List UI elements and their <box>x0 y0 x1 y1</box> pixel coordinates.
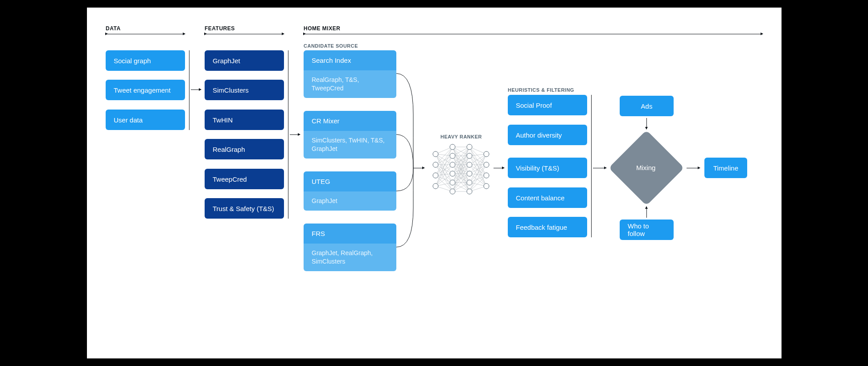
svg-point-102 <box>484 173 489 178</box>
svg-point-99 <box>467 189 472 194</box>
candidate-title: Search Index <box>304 50 396 70</box>
arrow-candidates-to-ranker <box>413 168 424 168</box>
candidate-title: FRS <box>304 224 396 244</box>
candidate-search-index: Search Index RealGraph, T&S, TweepCred <box>304 50 396 98</box>
svg-point-96 <box>467 162 472 167</box>
heavy-ranker-label: HEAVY RANKER <box>440 134 482 139</box>
section-features-label: FEATURES <box>205 25 235 32</box>
heuristic-visibility: Visibility (T&S) <box>508 158 587 178</box>
data-box-tweet-engagement: Tweet engagement <box>106 80 185 100</box>
svg-point-94 <box>467 144 472 150</box>
features-vbar <box>288 50 288 219</box>
candidate-title: UTEG <box>304 171 396 191</box>
feature-box-tweepcred: TweepCred <box>205 169 284 189</box>
heuristics-vbar <box>591 95 592 237</box>
arrow-mixing-to-timeline <box>687 168 700 168</box>
heuristics-label: HEURISTICS & FILTERING <box>508 87 574 93</box>
svg-point-98 <box>467 180 472 185</box>
candidate-title: CR Mixer <box>304 111 396 131</box>
section-homemixer-line <box>304 34 763 34</box>
svg-point-90 <box>450 162 455 167</box>
feature-box-realgraph: RealGraph <box>205 139 284 159</box>
svg-point-101 <box>484 162 489 167</box>
feature-box-simclusters: SimClusters <box>205 80 284 100</box>
candidate-sub: GraphJet <box>304 191 396 211</box>
heuristic-feedback-fatigue: Feedback fatigue <box>508 217 587 237</box>
arrow-data-to-features <box>191 89 201 90</box>
heuristic-content-balance: Content balance <box>508 187 587 208</box>
mixing-input-whotofollow: Who to follow <box>620 220 674 240</box>
svg-point-84 <box>433 151 438 157</box>
feature-box-twhin: TwHIN <box>205 110 284 130</box>
svg-point-93 <box>450 189 455 194</box>
diagram-canvas: DATA FEATURES HOME MIXER CANDIDATE SOURC… <box>87 8 782 358</box>
candidate-sub: SimClusters, TwHIN, T&S, GraphJet <box>304 131 396 159</box>
candidate-source-label: CANDIDATE SOURCE <box>304 43 358 49</box>
feature-box-trust-safety: Trust & Safety (T&S) <box>205 198 284 219</box>
data-box-social-graph: Social graph <box>106 50 185 71</box>
mixing-input-ads: Ads <box>620 96 674 116</box>
svg-point-103 <box>484 183 489 189</box>
heuristic-social-proof: Social Proof <box>508 95 587 115</box>
mixing-label: Mixing <box>636 164 655 171</box>
svg-point-91 <box>450 171 455 176</box>
feature-box-graphjet: GraphJet <box>205 50 284 71</box>
candidate-connector-lines <box>396 61 428 257</box>
arrow-ranker-to-heuristics <box>494 168 504 168</box>
svg-point-87 <box>433 183 438 189</box>
candidate-sub: GraphJet, RealGraph, SimClusters <box>304 244 396 271</box>
svg-point-88 <box>450 144 455 150</box>
section-features-line <box>205 34 284 34</box>
heuristic-author-diversity: Author diversity <box>508 125 587 145</box>
svg-point-86 <box>433 173 438 178</box>
arrow-heuristics-to-mixing <box>593 168 606 168</box>
arrow-ads-to-mixing <box>646 118 647 129</box>
section-homemixer-label: HOME MIXER <box>304 25 340 32</box>
neural-network-icon <box>430 143 493 197</box>
section-data-line <box>106 34 185 34</box>
svg-point-95 <box>467 153 472 159</box>
data-vbar <box>189 50 189 130</box>
candidate-uteg: UTEG GraphJet <box>304 171 396 211</box>
svg-point-92 <box>450 180 455 185</box>
candidate-cr-mixer: CR Mixer SimClusters, TwHIN, T&S, GraphJ… <box>304 111 396 159</box>
svg-point-100 <box>484 151 489 157</box>
timeline-box: Timeline <box>704 158 747 178</box>
svg-point-89 <box>450 153 455 159</box>
candidate-frs: FRS GraphJet, RealGraph, SimClusters <box>304 224 396 271</box>
arrow-wtf-to-mixing <box>646 207 647 218</box>
candidate-sub: RealGraph, T&S, TweepCred <box>304 70 396 98</box>
svg-point-85 <box>433 162 438 167</box>
arrow-features-to-candidates <box>290 134 300 135</box>
data-box-user-data: User data <box>106 110 185 130</box>
section-data-label: DATA <box>106 25 121 32</box>
svg-point-97 <box>467 171 472 176</box>
